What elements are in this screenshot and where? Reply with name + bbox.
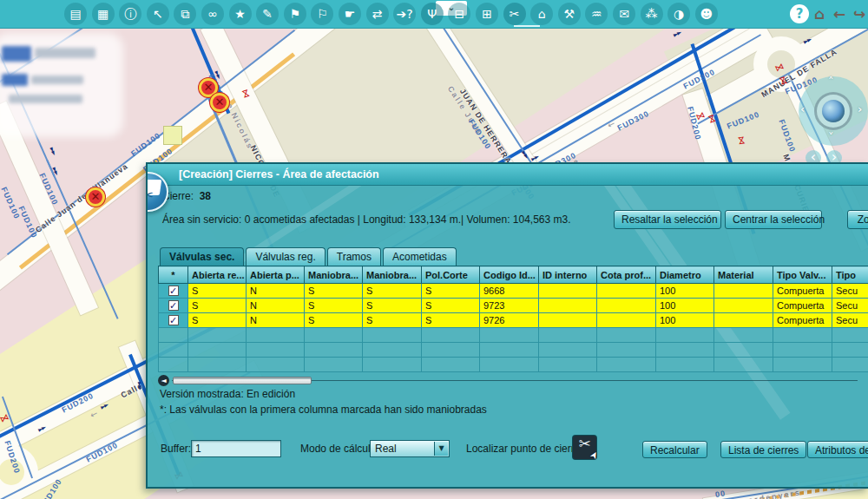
network-user-icon: Ψ [427, 3, 437, 25]
map-route-icon[interactable]: ⚐ [311, 3, 333, 25]
water-flow-icon[interactable]: ♒ [585, 3, 608, 25]
column-header[interactable]: * [159, 266, 188, 284]
valve-bowtie-icon: ⋈ [736, 135, 746, 146]
buffer-input[interactable]: 1 [191, 440, 281, 457]
cell [597, 299, 656, 313]
localizar-label: Localizar punto de cierre: [466, 443, 583, 455]
print-preview-icon[interactable]: ⊞ [476, 3, 498, 25]
map-icon[interactable]: ▤ [64, 3, 87, 25]
tab-v-lvulas-sec-[interactable]: Válvulas sec. [160, 247, 244, 266]
pan-up-chevron[interactable]: ˄ [828, 75, 834, 88]
cell [714, 284, 773, 299]
share-network-icon[interactable]: ⁂ [641, 3, 663, 25]
maniobrada-checkbox[interactable]: ✓ [168, 286, 179, 296]
valve-tabs: Válvulas sec.Válvulas reg.TramosAcometid… [160, 247, 457, 266]
valve-row[interactable]: ✓SNSSS9668100CompuertaSecu [159, 284, 868, 299]
back-icon[interactable]: ← [830, 4, 849, 23]
column-header[interactable]: Diametro [656, 266, 714, 284]
column-header[interactable]: Maniobra... [305, 266, 363, 284]
user-profile-icon[interactable]: ☻ [695, 3, 718, 25]
tab-v-lvulas-reg-[interactable]: Válvulas reg. [246, 247, 325, 266]
nav-globe-icon[interactable] [822, 100, 845, 122]
home-icon[interactable]: ⌂ [810, 4, 829, 23]
column-header[interactable]: Abierta p... [247, 266, 305, 284]
pan-down-chevron[interactable]: ˅ [828, 130, 834, 143]
wms-layers-icon[interactable]: ⇄ [366, 3, 389, 25]
pointer-select-icon[interactable]: ↖ [147, 3, 169, 25]
edit-icon: ✎ [262, 3, 273, 25]
street-label: FUD100 [0, 186, 22, 220]
print-preview-icon: ⊞ [482, 3, 492, 25]
comment-icon[interactable]: ✉ [613, 3, 635, 25]
legend-table-icon[interactable]: ▦ [92, 3, 115, 25]
maniobrada-checkbox[interactable]: ✓ [168, 300, 179, 311]
scroll-left-button[interactable]: ◄ [158, 375, 169, 386]
pan-left-chevron[interactable]: ‹ [800, 102, 805, 115]
route-help-icon[interactable]: ➔? [393, 3, 416, 25]
column-header[interactable]: Codigo Id... [480, 266, 539, 284]
closed-valve-icon[interactable]: ✕ [210, 93, 229, 112]
scrollbar-thumb[interactable] [173, 377, 312, 384]
column-header[interactable]: Cota prof... [597, 266, 656, 284]
cell [539, 284, 597, 299]
buffer-label: Buffer: [161, 443, 191, 455]
map-marker-icon[interactable]: ⚑ [284, 3, 306, 25]
dialog-title: [Creación] Cierres - Área de afectación [179, 168, 379, 181]
valve-row[interactable]: ✓SNSSS9726100CompuertaSecu [159, 313, 868, 328]
map-select-icon[interactable]: ☛ [339, 3, 361, 25]
help-icon[interactable]: ? [790, 4, 809, 23]
dialog-titlebar[interactable]: [Creación] Cierres - Área de afectación [148, 164, 868, 186]
modo-calculo-select[interactable]: Real ▼ [370, 440, 450, 457]
maniobrada-checkbox[interactable]: ✓ [168, 315, 179, 325]
column-header[interactable]: Material [714, 266, 773, 284]
column-header[interactable]: Tipo Valv... [773, 266, 832, 284]
windows-layers-icon[interactable]: ⧉ [174, 3, 196, 25]
tab-tramos[interactable]: Tramos [327, 247, 381, 266]
logout-icon[interactable]: ↪ [850, 4, 868, 23]
closures-scissors-icon[interactable]: ✂ [503, 3, 526, 25]
binoculars-search-icon[interactable]: ∞ [201, 3, 224, 25]
tools-wrench-icon[interactable]: ⚒ [558, 3, 581, 25]
cell: S [188, 284, 247, 299]
street-label: 00 [714, 489, 726, 499]
valve-row[interactable]: ✓SNSSS9723100CompuertaSecu [159, 299, 868, 313]
cell [539, 313, 597, 328]
lista-cierres-button[interactable]: Lista de cierres [720, 441, 806, 458]
recalcular-button[interactable]: Recalcular [642, 441, 707, 458]
print-icon[interactable]: ⊟ [448, 3, 470, 25]
cell: S [422, 313, 480, 328]
zoom-seleccion-button[interactable]: Zoom a la selección [847, 210, 868, 229]
map-navigation-widget[interactable]: ˄ ˅ ‹ › [799, 76, 868, 146]
cell: S [305, 313, 363, 328]
atributos-cierre-button[interactable]: Atributos del Cierre [807, 441, 868, 458]
home-extent-icon[interactable]: ⌂ [530, 3, 553, 25]
edit-icon[interactable]: ✎ [256, 3, 279, 25]
cell: Secu [832, 284, 868, 299]
column-header[interactable]: ID interno [539, 266, 597, 284]
cell: 100 [656, 299, 714, 313]
cursor-icon: ➤ [587, 449, 601, 461]
cell: 9723 [480, 299, 539, 313]
palette-icon[interactable]: ◑ [667, 3, 690, 25]
cell: N [247, 313, 305, 328]
tab-acometidas[interactable]: Acometidas [383, 247, 457, 266]
closed-valve-icon[interactable]: ✕ [86, 187, 105, 207]
resaltar-seleccion-button[interactable]: Resaltar la selección [614, 210, 721, 229]
centrar-seleccion-button[interactable]: Centrar la selección [725, 210, 822, 229]
info-icon[interactable]: ⓘ [119, 3, 141, 25]
column-header[interactable]: Maniobra... [363, 266, 422, 284]
print-icon: ⊟ [455, 3, 465, 25]
favorites-star-icon[interactable]: ★ [229, 3, 252, 25]
empty-row [159, 343, 868, 358]
column-header[interactable]: Pol.Corte [422, 266, 480, 284]
empty-row [159, 328, 868, 343]
select-dropdown-arrow[interactable]: ▼ [434, 442, 448, 456]
column-header[interactable]: Abierta re... [188, 266, 247, 284]
map-icon: ▤ [69, 3, 81, 25]
home-extent-icon: ⌂ [538, 3, 546, 25]
localizar-punto-cierre-button[interactable]: ✂ ➤ [573, 436, 596, 459]
column-header[interactable]: Tipo [832, 266, 868, 284]
pan-right-chevron[interactable]: › [858, 102, 862, 115]
network-user-icon[interactable]: Ψ [421, 3, 444, 25]
water-flow-icon: ♒ [591, 3, 602, 25]
